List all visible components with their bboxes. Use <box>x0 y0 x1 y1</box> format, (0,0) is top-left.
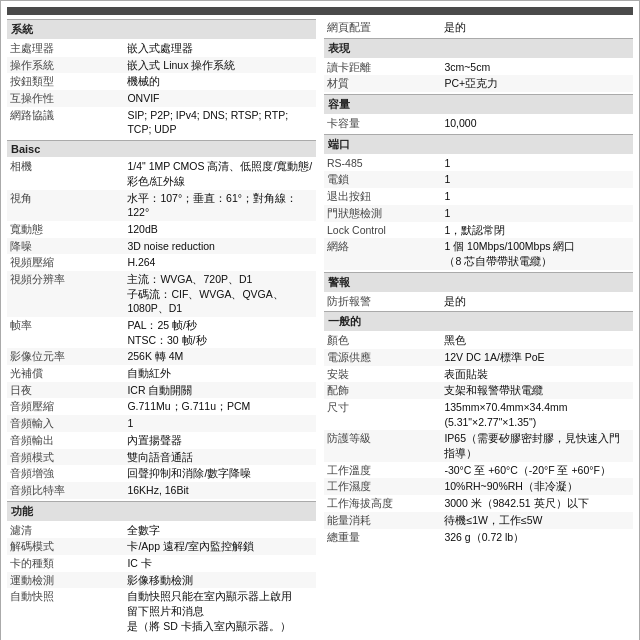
spec-label: 帧率 <box>7 317 124 348</box>
section-header: 功能 <box>7 501 316 521</box>
section-4: 警報防折報警是的 <box>324 272 633 310</box>
spec-value: 自動紅外 <box>124 365 316 382</box>
spec-label: 音頻輸出 <box>7 432 124 449</box>
spec-label: 工作濕度 <box>324 478 441 495</box>
spec-label: RS-485 <box>324 155 441 172</box>
spec-label: 運動檢測 <box>7 572 124 589</box>
spec-value: 是的 <box>441 19 633 36</box>
spec-label: 網絡 <box>324 238 441 269</box>
spec-label: 防折報警 <box>324 293 441 310</box>
spec-label: 電鎖 <box>324 171 441 188</box>
table-row: 卡的種類IC 卡 <box>7 555 316 572</box>
table-row: 工作濕度10%RH~90%RH（非冷凝） <box>324 478 633 495</box>
spec-label: Lock Control <box>324 222 441 239</box>
spec-label: 影像位元率 <box>7 348 124 365</box>
table-row: 操作系統嵌入式 Linux 操作系統 <box>7 57 316 74</box>
spec-label: 網頁配置 <box>324 19 441 36</box>
section-header: 警報 <box>324 272 633 292</box>
section-1: 表現讀卡距離3cm~5cm材質PC+亞克力 <box>324 38 633 92</box>
table-row: Lock Control1，默認常閉 <box>324 222 633 239</box>
spec-table: 顏色黑色電源供應12V DC 1A/標準 PoE安裝表面貼裝配飾支架和報警帶狀電… <box>324 332 633 545</box>
table-row: 日夜ICR 自動開關 <box>7 382 316 399</box>
spec-value: 120dB <box>124 221 316 238</box>
spec-value: SIP; P2P; IPv4; DNS; RTSP; RTP; TCP; UDP <box>124 107 316 138</box>
spec-label: 卡的種類 <box>7 555 124 572</box>
spec-label: 互操作性 <box>7 90 124 107</box>
table-row: 濾清全數字 <box>7 522 316 539</box>
spec-value: 10%RH~90%RH（非冷凝） <box>441 478 633 495</box>
table-row: 降噪3D noise reduction <box>7 238 316 255</box>
table-row: 工作溫度-30°C 至 +60°C（-20°F 至 +60°F） <box>324 462 633 479</box>
spec-label: 視頻分辨率 <box>7 271 124 317</box>
section-header: 容量 <box>324 94 633 114</box>
table-row: 音頻增強回聲抑制和消除/數字降噪 <box>7 465 316 482</box>
spec-table: RS-4851電鎖1退出按鈕1門狀態檢測1Lock Control1，默認常閉網… <box>324 155 633 270</box>
table-row: 能量消耗待機≤1W，工作≤5W <box>324 512 633 529</box>
table-row: 視角水平：107°；垂直：61°；對角線：122° <box>7 190 316 221</box>
spec-label: 視頻壓縮 <box>7 254 124 271</box>
spec-label: 退出按鈕 <box>324 188 441 205</box>
spec-label: 門狀態檢測 <box>324 205 441 222</box>
table-row: 影像位元率256K 轉 4M <box>7 348 316 365</box>
spec-value: 1 <box>441 188 633 205</box>
spec-label: 音頻模式 <box>7 449 124 466</box>
table-row: 工作海拔高度3000 米（9842.51 英尺）以下 <box>324 495 633 512</box>
spec-value: 全數字 <box>124 522 316 539</box>
spec-table: 卡容量10,000 <box>324 115 633 132</box>
spec-label: 音頻壓縮 <box>7 398 124 415</box>
spec-label: 總重量 <box>324 529 441 546</box>
spec-label: 光補償 <box>7 365 124 382</box>
spec-value: 表面貼裝 <box>441 366 633 383</box>
spec-value: 10,000 <box>441 115 633 132</box>
spec-label: 顏色 <box>324 332 441 349</box>
spec-label: 配飾 <box>324 382 441 399</box>
table-row: 讀卡距離3cm~5cm <box>324 59 633 76</box>
spec-value: 1 <box>441 155 633 172</box>
table-row: 光補償自動紅外 <box>7 365 316 382</box>
spec-value: 1 <box>441 205 633 222</box>
spec-label: 防護等級 <box>324 430 441 461</box>
spec-label: 網路協議 <box>7 107 124 138</box>
table-row: 自動快照自動快照只能在室內顯示器上啟用 留下照片和消息 是（將 SD 卡插入室內… <box>7 588 316 634</box>
spec-value: 嵌入式處理器 <box>124 40 316 57</box>
section-header: 端口 <box>324 134 633 154</box>
table-row: 安裝表面貼裝 <box>324 366 633 383</box>
spec-value: 支架和報警帶狀電纜 <box>441 382 633 399</box>
table-row: 互操作性ONVIF <box>7 90 316 107</box>
spec-label: 卡容量 <box>324 115 441 132</box>
spec-label: 尺寸 <box>324 399 441 430</box>
spec-value: 12V DC 1A/標準 PoE <box>441 349 633 366</box>
spec-value: 3000 米（9842.51 英尺）以下 <box>441 495 633 512</box>
spec-label: 寬動態 <box>7 221 124 238</box>
section-0: 系統主處理器嵌入式處理器操作系統嵌入式 Linux 操作系統按鈕類型機械的互操作… <box>7 19 316 138</box>
spec-value: 回聲抑制和消除/數字降噪 <box>124 465 316 482</box>
spec-value: IP65（需要矽膠密封膠，見快速入門指導） <box>441 430 633 461</box>
spec-label: 音頻輸入 <box>7 415 124 432</box>
spec-value: 雙向語音通話 <box>124 449 316 466</box>
spec-value: 1 個 10Mbps/100Mbps 網口 （8 芯自帶帶狀電纜） <box>441 238 633 269</box>
spec-label: 電源供應 <box>324 349 441 366</box>
spec-label: 安裝 <box>324 366 441 383</box>
table-row: 按鈕類型機械的 <box>7 73 316 90</box>
left-column: 系統主處理器嵌入式處理器操作系統嵌入式 Linux 操作系統按鈕類型機械的互操作… <box>7 19 316 636</box>
section-header: 表現 <box>324 38 633 58</box>
spec-label: 濾清 <box>7 522 124 539</box>
spec-value: 3cm~5cm <box>441 59 633 76</box>
main-grid: 系統主處理器嵌入式處理器操作系統嵌入式 Linux 操作系統按鈕類型機械的互操作… <box>7 19 633 636</box>
table-row: 寬動態120dB <box>7 221 316 238</box>
spec-label: 按鈕類型 <box>7 73 124 90</box>
spec-label: 自動快照 <box>7 588 124 634</box>
table-row: 電鎖1 <box>324 171 633 188</box>
table-row: 音頻壓縮G.711Mu；G.711u；PCM <box>7 398 316 415</box>
spec-value: PAL：25 帧/秒 NTSC：30 帧/秒 <box>124 317 316 348</box>
table-row: 音頻輸入1 <box>7 415 316 432</box>
spec-table: 濾清全數字解碼模式卡/App 遠程/室內監控解鎖卡的種類IC 卡運動檢測影像移動… <box>7 522 316 635</box>
spec-value: 水平：107°；垂直：61°；對角線：122° <box>124 190 316 221</box>
table-row: 門狀態檢測1 <box>324 205 633 222</box>
table-row: 配飾支架和報警帶狀電纜 <box>324 382 633 399</box>
spec-label: 操作系統 <box>7 57 124 74</box>
table-row: 視頻分辨率主流：WVGA、720P、D1 子碼流：CIF、WVGA、QVGA、1… <box>7 271 316 317</box>
spec-table: 主處理器嵌入式處理器操作系統嵌入式 Linux 操作系統按鈕類型機械的互操作性O… <box>7 40 316 138</box>
spec-value: -30°C 至 +60°C（-20°F 至 +60°F） <box>441 462 633 479</box>
table-row: 網絡1 個 10Mbps/100Mbps 網口 （8 芯自帶帶狀電纜） <box>324 238 633 269</box>
